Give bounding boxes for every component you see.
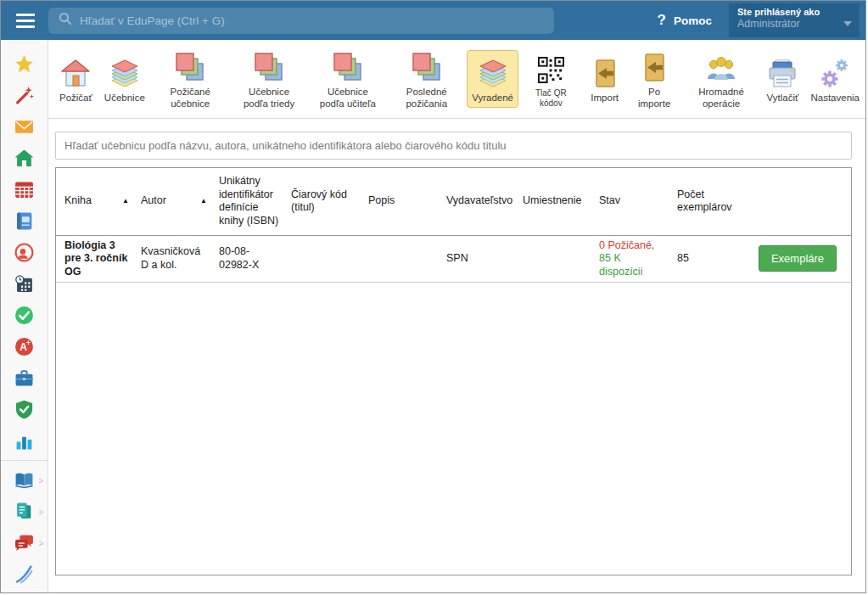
import-icon [638,49,670,87]
sidebar-item-agenda[interactable] [1,362,48,394]
toolbar-item-pozicane-ucebnice[interactable]: Požičané učebnice [152,44,229,113]
column-header-stav[interactable]: Stav [591,168,669,235]
toolbar-item-po-importe[interactable]: Po importe [628,44,681,113]
column-header-actions [739,168,851,235]
sidebar-item-documents[interactable]: > [1,496,48,527]
hamburger-menu-icon[interactable] [1,14,48,28]
home-icon [14,149,34,168]
sidebar-item-library[interactable]: > [1,464,48,496]
sidebar-item-messages[interactable] [1,111,48,143]
column-header-autor[interactable]: Autor▲ [132,168,210,235]
cell-autor: Kvasničková D a kol. [132,235,210,283]
sort-asc-icon[interactable]: ▲ [200,197,207,205]
toolbar-item-ucebnice[interactable]: Učebnice [99,50,150,108]
sidebar-item-profile[interactable] [1,237,48,268]
library-toolbar: Požičať Učebnice Požičané učebnice [48,40,865,119]
stacked-books-icon [174,49,206,87]
toolbar-item-hromadne-operacie[interactable]: Hromadné operácie [683,44,760,113]
user-role-label: Ste prihlásený ako [737,7,851,17]
sidebar: A+ > > > [1,40,48,592]
house-icon [59,55,92,93]
top-bar: Hľadať v EduPage (Ctrl + G) ? Pomoc Ste … [1,1,865,40]
table-header-row: Kniha▲ Autor▲ Unikátny identifikátor def… [56,168,851,235]
stacked-books-icon [253,49,285,87]
chevron-down-icon [843,21,852,26]
envelope-icon [14,117,34,137]
import-icon [589,55,621,93]
toolbar-item-import[interactable]: Import [584,50,626,108]
sidebar-item-wizard[interactable] [1,80,48,111]
books-table: Kniha▲ Autor▲ Unikátny identifikátor def… [56,168,851,283]
column-header-isbn[interactable]: Unikátny identifikátor definície knihy (… [210,168,283,235]
column-header-kniha[interactable]: Kniha▲ [56,168,132,235]
briefcase-icon [14,368,34,388]
stacked-books-icon [332,49,364,87]
column-header-pocet-exemplarov[interactable]: Počet exemplárov [669,168,739,235]
cell-pocet-exemplarov: 85 [669,235,739,283]
cell-popis [360,235,438,283]
global-search-placeholder: Hľadať v EduPage (Ctrl + G) [80,14,225,27]
column-header-popis[interactable]: Popis [360,168,438,235]
toolbar-item-posledne-pozicania[interactable]: Posledné požičania [388,44,465,113]
global-search-input[interactable]: Hľadať v EduPage (Ctrl + G) [48,8,554,34]
column-header-umiestnenie[interactable]: Umiestnenie [514,168,591,235]
chevron-right-icon: > [38,475,43,485]
status-borrowed: 0 Požičané, [599,239,654,251]
pen-icon [14,564,34,584]
toolbar-item-ucebnice-podla-ucitela[interactable]: Učebnice podľa učiteľa [309,44,386,113]
app-frame: Hľadať v EduPage (Ctrl + G) ? Pomoc Ste … [0,0,866,593]
question-icon: ? [658,12,666,29]
sidebar-item-attendance[interactable] [1,300,48,331]
sidebar-item-communication[interactable]: > [1,527,48,559]
chevron-right-icon: > [38,538,43,547]
open-book-icon [14,470,34,490]
person-icon [14,243,34,262]
cell-isbn: 80-08-02982-X [210,235,283,283]
layers-stack-icon [109,55,141,93]
timetable-grid-icon [14,180,34,199]
sidebar-divider [1,460,48,461]
notebook-icon [14,211,34,231]
sidebar-item-security[interactable] [1,394,48,425]
calendar-clock-icon [14,274,34,294]
toolbar-item-vytlacit[interactable]: Vytlačiť [761,50,804,108]
column-header-vydavatelstvo[interactable]: Vydavateľstvo [438,168,514,235]
status-available: 85 K dispozícii [599,252,642,278]
sort-asc-icon[interactable]: ▲ [122,197,129,205]
sidebar-item-home[interactable] [1,143,48,174]
search-icon [59,12,72,29]
svg-text:+: + [26,339,31,347]
toolbar-item-tlac-qr-kodov[interactable]: Tlač QR kódov [520,46,582,112]
cell-vydavatelstvo: SPN [438,235,514,283]
column-header-ciarovy-kod[interactable]: Čiarový kód (titul) [283,168,360,235]
book-filter-input[interactable] [55,132,852,160]
chat-bubbles-icon [14,533,34,553]
stacked-books-icon [411,49,443,87]
help-button[interactable]: ? Pomoc [658,12,712,29]
shield-check-icon [14,400,34,419]
people-group-icon [705,49,737,87]
table-row[interactable]: Biológia 3 pre 3. ročník OG Kvasničková … [56,235,851,283]
bar-chart-icon [14,431,34,451]
cell-ciarovy-kod [283,235,360,283]
toolbar-item-vyradene[interactable]: Vyradené [467,50,518,108]
toolbar-item-pozicat[interactable]: Požičať [54,50,98,108]
gears-icon [819,55,851,93]
sidebar-item-grades[interactable]: A+ [1,331,48,362]
sidebar-item-calendar[interactable] [1,268,48,300]
cell-stav: 0 Požičané, 85 K dispozícii [591,235,669,283]
sidebar-item-classbook[interactable] [1,205,48,237]
sidebar-item-timetable[interactable] [1,174,48,205]
sidebar-item-favorites[interactable] [1,48,48,80]
content-area: Kniha▲ Autor▲ Unikátny identifikátor def… [48,119,865,592]
toolbar-item-ucebnice-podla-triedy[interactable]: Učebnice podľa triedy [231,44,308,113]
check-circle-icon [14,306,34,325]
cell-actions: Exempláre [739,235,851,283]
sidebar-item-statistics[interactable] [1,425,48,457]
exemplare-button[interactable]: Exempláre [759,245,837,272]
chevron-right-icon: > [38,507,43,516]
star-icon [14,54,34,74]
sidebar-item-sign[interactable] [1,559,48,590]
toolbar-item-nastavenia[interactable]: Nastavenia [805,50,865,108]
user-menu[interactable]: Ste prihlásený ako Administrátor [729,3,860,37]
